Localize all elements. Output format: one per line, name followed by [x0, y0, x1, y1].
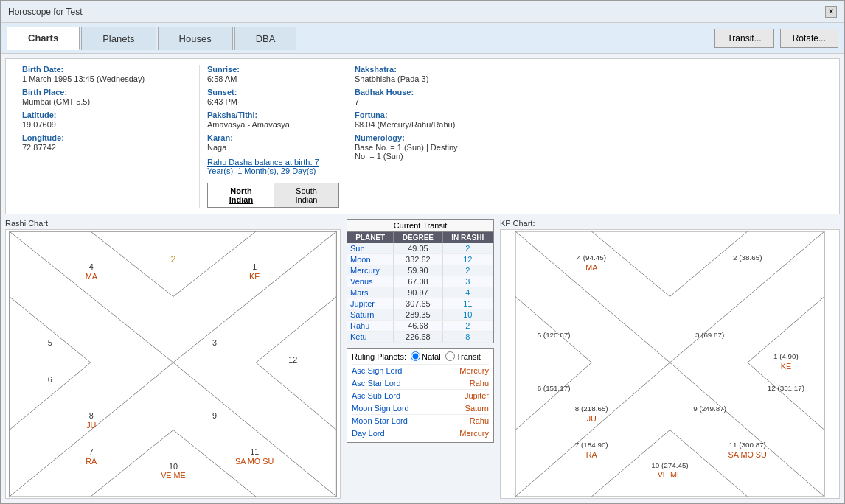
transit-degree: 46.68: [394, 321, 442, 332]
transit-rashi: 2: [442, 321, 493, 332]
transit-degree: 90.97: [394, 287, 442, 298]
tab-planets[interactable]: Planets: [81, 27, 156, 50]
north-indian-btn[interactable]: North Indian: [208, 183, 274, 207]
rashi-chart-svg: 4 MA 2 1 KE 5 3 12: [5, 229, 341, 499]
tab-charts[interactable]: Charts: [7, 27, 80, 50]
transit-radio-label: Transit: [445, 351, 481, 361]
transit-planet: Jupiter: [347, 298, 394, 309]
info-col-3: Nakshatra: Shatbhisha (Pada 3) Badhak Ho…: [347, 65, 479, 208]
info-panel: Birth Date: 1 March 1995 13:45 (Wednesda…: [5, 58, 840, 214]
ruling-rows: Asc Sign Lord Mercury Asc Star Lord Rahu…: [352, 364, 489, 439]
info-col-2: Sunrise: 6:58 AM Sunset: 6:43 PM Paksha/…: [199, 65, 347, 208]
svg-text:12 (331.17): 12 (331.17): [768, 384, 804, 392]
ruling-value: Rahu: [470, 416, 489, 425]
longitude-label: Longitude:: [22, 133, 192, 142]
sunrise-label: Sunrise:: [207, 65, 339, 74]
transit-button[interactable]: Transit...: [714, 29, 773, 48]
svg-text:VE ME: VE ME: [161, 471, 186, 480]
col-planet: PLANET: [347, 232, 394, 243]
sunrise-value: 6:58 AM: [207, 74, 339, 83]
transit-planet: Moon: [347, 254, 394, 265]
svg-text:10: 10: [169, 462, 178, 471]
ruling-row: Asc Sub Lord Jupiter: [352, 389, 489, 402]
transit-rashi: 11: [442, 298, 493, 309]
toolbar: Charts Planets Houses DBA Transit... Rot…: [1, 23, 844, 54]
svg-text:11  (300.87): 11 (300.87): [729, 441, 766, 449]
transit-title: Current Transit: [347, 220, 493, 232]
numerology-label: Numerology:: [355, 133, 472, 142]
transit-row: Moon 332.62 12: [347, 254, 493, 265]
transit-rashi: 3: [442, 276, 493, 287]
close-button[interactable]: ✕: [825, 6, 837, 18]
transit-row: Saturn 289.35 10: [347, 309, 493, 321]
svg-text:8: 8: [89, 411, 94, 420]
transit-rashi: 2: [442, 265, 493, 276]
birth-date-label: Birth Date:: [22, 65, 192, 74]
transit-rashi: 10: [442, 309, 493, 321]
kp-chart-label: KP Chart:: [500, 219, 840, 228]
col-rashi: IN RASHI: [442, 232, 493, 243]
ruling-planets: Ruling Planets: Natal Transit Asc Sign L…: [347, 348, 494, 443]
svg-text:SA MO SU: SA MO SU: [728, 450, 767, 459]
middle-panel: Current Transit PLANET DEGREE IN RASHI S…: [347, 219, 494, 499]
svg-text:9  (249.87): 9 (249.87): [693, 405, 726, 413]
ruling-key: Day Lord: [352, 429, 385, 438]
transit-row: Ketu 226.68 8: [347, 332, 493, 343]
svg-text:VE ME: VE ME: [658, 470, 683, 479]
tab-bar: Charts Planets Houses DBA: [7, 27, 714, 50]
svg-text:3  (69.87): 3 (69.87): [695, 331, 724, 339]
ruling-key: Moon Star Lord: [352, 416, 408, 425]
transit-degree: 289.35: [394, 309, 442, 321]
ruling-row: Asc Star Lord Rahu: [352, 377, 489, 389]
tab-dba[interactable]: DBA: [234, 27, 297, 50]
kp-chart: KP Chart:: [500, 219, 840, 499]
svg-text:SA MO SU: SA MO SU: [235, 457, 274, 466]
tab-houses[interactable]: Houses: [158, 27, 233, 50]
ruling-value: Mercury: [459, 429, 489, 438]
natal-radio[interactable]: [411, 351, 420, 361]
transit-planet: Mercury: [347, 265, 394, 276]
svg-text:2  (38.65): 2 (38.65): [733, 253, 762, 262]
main-content: Birth Date: 1 March 1995 13:45 (Wednesda…: [1, 54, 844, 503]
svg-text:10  (274.45): 10 (274.45): [651, 461, 688, 469]
transit-radio[interactable]: [445, 351, 455, 361]
transit-planet: Rahu: [347, 321, 394, 332]
karan-label: Karan:: [207, 133, 339, 142]
ruling-value: Mercury: [459, 366, 489, 375]
svg-text:KE: KE: [781, 362, 791, 371]
transit-rashi: 4: [442, 287, 493, 298]
transit-degree: 226.68: [394, 332, 442, 343]
svg-text:6 (151.17): 6 (151.17): [538, 384, 571, 392]
window-title: Horoscope for Test: [8, 7, 83, 17]
info-col-1: Birth Date: 1 March 1995 13:45 (Wednesda…: [15, 65, 199, 208]
svg-text:7: 7: [89, 447, 94, 456]
svg-text:MA: MA: [585, 263, 598, 272]
transit-planet: Mars: [347, 287, 394, 298]
sunset-value: 6:43 PM: [207, 97, 339, 106]
col-degree: DEGREE: [394, 232, 442, 243]
transit-degree: 67.08: [394, 276, 442, 287]
chart-style-selector: North Indian South Indian: [207, 183, 339, 208]
ruling-row: Moon Star Lord Rahu: [352, 414, 489, 427]
transit-row: Venus 67.08 3: [347, 276, 493, 287]
svg-text:8 (218.65): 8 (218.65): [575, 405, 608, 413]
birth-place-value: Mumbai (GMT 5.5): [22, 97, 192, 106]
svg-text:RA: RA: [86, 457, 97, 466]
transit-rashi: 2: [442, 243, 493, 254]
rashi-chart-label: Rashi Chart:: [5, 219, 341, 228]
transit-row: Rahu 46.68 2: [347, 321, 493, 332]
south-indian-btn[interactable]: South Indian: [274, 183, 338, 207]
svg-text:5: 5: [48, 338, 52, 347]
kp-chart-svg: 4 (94.45) MA 2 (38.65) 5 (120.87) 3 (69.…: [500, 229, 840, 499]
svg-text:RA: RA: [586, 450, 598, 459]
transit-degree: 49.05: [394, 243, 442, 254]
ruling-key: Asc Star Lord: [352, 379, 401, 388]
svg-text:4  (94.45): 4 (94.45): [577, 253, 606, 262]
transit-planet: Ketu: [347, 332, 394, 343]
toolbar-buttons: Transit... Rotate...: [714, 29, 838, 48]
title-bar: Horoscope for Test ✕: [1, 1, 844, 23]
svg-text:12: 12: [288, 355, 297, 364]
transit-degree: 59.90: [394, 265, 442, 276]
rotate-button[interactable]: Rotate...: [780, 29, 838, 48]
transit-rashi: 8: [442, 332, 493, 343]
